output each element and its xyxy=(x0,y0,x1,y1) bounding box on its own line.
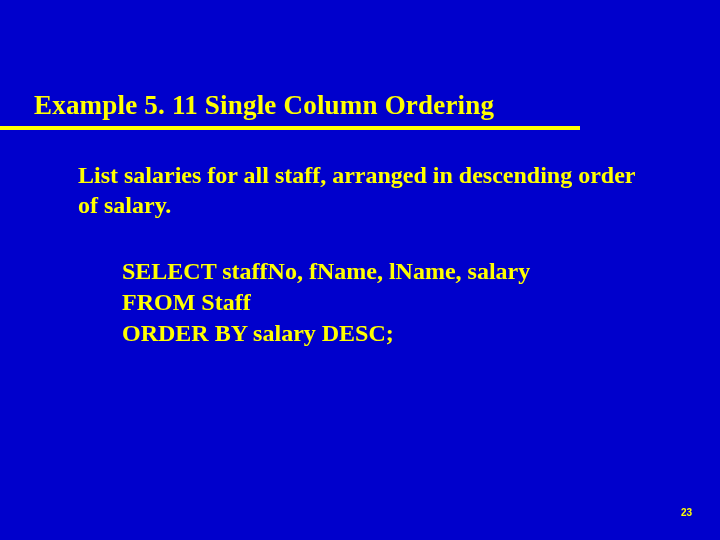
sql-line-from: FROM Staff xyxy=(122,287,662,318)
sql-line-select: SELECT staffNo, fName, lName, salary xyxy=(122,256,662,287)
sql-code-block: SELECT staffNo, fName, lName, salary FRO… xyxy=(122,256,662,350)
page-number: 23 xyxy=(681,507,692,518)
title-underline xyxy=(0,126,580,130)
slide-title: Example 5. 11 Single Column Ordering xyxy=(34,90,494,121)
slide-description: List salaries for all staff, arranged in… xyxy=(78,160,658,220)
sql-line-orderby: ORDER BY salary DESC; xyxy=(122,318,662,349)
